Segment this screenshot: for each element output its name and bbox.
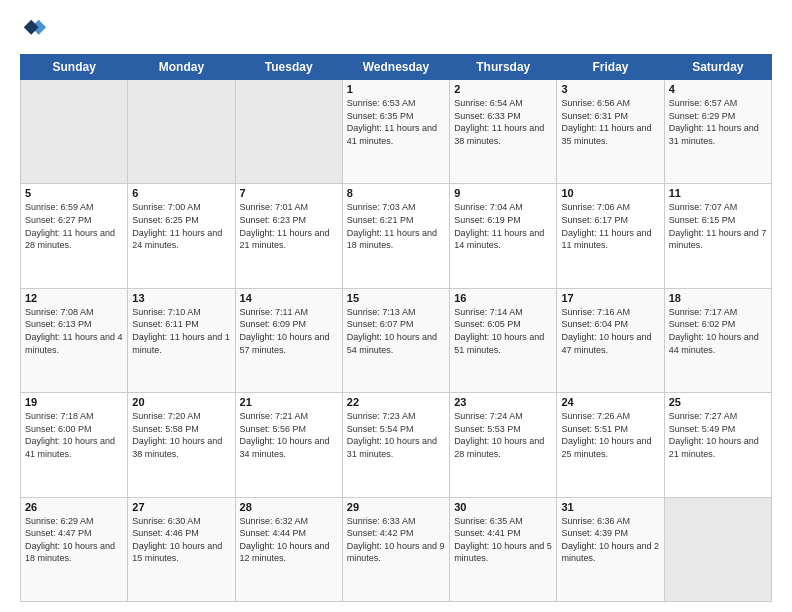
calendar-cell: 14 Sunrise: 7:11 AMSunset: 6:09 PMDaylig… bbox=[235, 288, 342, 392]
logo-icon bbox=[20, 16, 48, 44]
day-number: 3 bbox=[561, 83, 659, 95]
day-number: 6 bbox=[132, 187, 230, 199]
calendar-cell: 20 Sunrise: 7:20 AMSunset: 5:58 PMDaylig… bbox=[128, 393, 235, 497]
weekday-header: Wednesday bbox=[342, 55, 449, 80]
day-number: 1 bbox=[347, 83, 445, 95]
calendar-cell: 18 Sunrise: 7:17 AMSunset: 6:02 PMDaylig… bbox=[664, 288, 771, 392]
calendar-cell bbox=[21, 80, 128, 184]
day-number: 26 bbox=[25, 501, 123, 513]
day-number: 16 bbox=[454, 292, 552, 304]
calendar-cell: 24 Sunrise: 7:26 AMSunset: 5:51 PMDaylig… bbox=[557, 393, 664, 497]
day-number: 18 bbox=[669, 292, 767, 304]
weekday-header: Saturday bbox=[664, 55, 771, 80]
day-info: Sunrise: 6:56 AMSunset: 6:31 PMDaylight:… bbox=[561, 97, 659, 147]
day-info: Sunrise: 7:04 AMSunset: 6:19 PMDaylight:… bbox=[454, 201, 552, 251]
day-number: 14 bbox=[240, 292, 338, 304]
weekday-header: Thursday bbox=[450, 55, 557, 80]
calendar-cell: 3 Sunrise: 6:56 AMSunset: 6:31 PMDayligh… bbox=[557, 80, 664, 184]
day-number: 30 bbox=[454, 501, 552, 513]
day-info: Sunrise: 6:35 AMSunset: 4:41 PMDaylight:… bbox=[454, 515, 552, 565]
calendar-cell: 29 Sunrise: 6:33 AMSunset: 4:42 PMDaylig… bbox=[342, 497, 449, 601]
day-info: Sunrise: 6:59 AMSunset: 6:27 PMDaylight:… bbox=[25, 201, 123, 251]
day-number: 25 bbox=[669, 396, 767, 408]
weekday-header: Monday bbox=[128, 55, 235, 80]
day-info: Sunrise: 6:32 AMSunset: 4:44 PMDaylight:… bbox=[240, 515, 338, 565]
calendar-cell: 27 Sunrise: 6:30 AMSunset: 4:46 PMDaylig… bbox=[128, 497, 235, 601]
calendar-cell: 6 Sunrise: 7:00 AMSunset: 6:25 PMDayligh… bbox=[128, 184, 235, 288]
calendar-cell: 4 Sunrise: 6:57 AMSunset: 6:29 PMDayligh… bbox=[664, 80, 771, 184]
day-number: 15 bbox=[347, 292, 445, 304]
day-info: Sunrise: 6:36 AMSunset: 4:39 PMDaylight:… bbox=[561, 515, 659, 565]
day-number: 31 bbox=[561, 501, 659, 513]
day-number: 27 bbox=[132, 501, 230, 513]
day-info: Sunrise: 6:57 AMSunset: 6:29 PMDaylight:… bbox=[669, 97, 767, 147]
day-info: Sunrise: 6:33 AMSunset: 4:42 PMDaylight:… bbox=[347, 515, 445, 565]
day-info: Sunrise: 7:14 AMSunset: 6:05 PMDaylight:… bbox=[454, 306, 552, 356]
calendar-week-row: 12 Sunrise: 7:08 AMSunset: 6:13 PMDaylig… bbox=[21, 288, 772, 392]
calendar-week-row: 1 Sunrise: 6:53 AMSunset: 6:35 PMDayligh… bbox=[21, 80, 772, 184]
calendar-cell: 12 Sunrise: 7:08 AMSunset: 6:13 PMDaylig… bbox=[21, 288, 128, 392]
day-number: 13 bbox=[132, 292, 230, 304]
calendar-header-row: SundayMondayTuesdayWednesdayThursdayFrid… bbox=[21, 55, 772, 80]
day-number: 24 bbox=[561, 396, 659, 408]
day-info: Sunrise: 7:03 AMSunset: 6:21 PMDaylight:… bbox=[347, 201, 445, 251]
day-number: 19 bbox=[25, 396, 123, 408]
logo bbox=[20, 16, 52, 44]
day-number: 4 bbox=[669, 83, 767, 95]
calendar-table: SundayMondayTuesdayWednesdayThursdayFrid… bbox=[20, 54, 772, 602]
day-info: Sunrise: 7:10 AMSunset: 6:11 PMDaylight:… bbox=[132, 306, 230, 356]
day-info: Sunrise: 7:16 AMSunset: 6:04 PMDaylight:… bbox=[561, 306, 659, 356]
day-info: Sunrise: 7:00 AMSunset: 6:25 PMDaylight:… bbox=[132, 201, 230, 251]
day-info: Sunrise: 7:18 AMSunset: 6:00 PMDaylight:… bbox=[25, 410, 123, 460]
calendar-cell: 10 Sunrise: 7:06 AMSunset: 6:17 PMDaylig… bbox=[557, 184, 664, 288]
day-number: 5 bbox=[25, 187, 123, 199]
day-number: 10 bbox=[561, 187, 659, 199]
calendar-cell: 21 Sunrise: 7:21 AMSunset: 5:56 PMDaylig… bbox=[235, 393, 342, 497]
calendar-cell: 31 Sunrise: 6:36 AMSunset: 4:39 PMDaylig… bbox=[557, 497, 664, 601]
day-info: Sunrise: 7:11 AMSunset: 6:09 PMDaylight:… bbox=[240, 306, 338, 356]
day-info: Sunrise: 7:13 AMSunset: 6:07 PMDaylight:… bbox=[347, 306, 445, 356]
calendar-cell bbox=[235, 80, 342, 184]
calendar-cell: 11 Sunrise: 7:07 AMSunset: 6:15 PMDaylig… bbox=[664, 184, 771, 288]
day-number: 22 bbox=[347, 396, 445, 408]
day-number: 17 bbox=[561, 292, 659, 304]
calendar-cell: 13 Sunrise: 7:10 AMSunset: 6:11 PMDaylig… bbox=[128, 288, 235, 392]
calendar-cell: 30 Sunrise: 6:35 AMSunset: 4:41 PMDaylig… bbox=[450, 497, 557, 601]
day-info: Sunrise: 6:53 AMSunset: 6:35 PMDaylight:… bbox=[347, 97, 445, 147]
calendar-cell bbox=[128, 80, 235, 184]
day-info: Sunrise: 7:27 AMSunset: 5:49 PMDaylight:… bbox=[669, 410, 767, 460]
day-info: Sunrise: 7:23 AMSunset: 5:54 PMDaylight:… bbox=[347, 410, 445, 460]
day-number: 21 bbox=[240, 396, 338, 408]
calendar-cell: 16 Sunrise: 7:14 AMSunset: 6:05 PMDaylig… bbox=[450, 288, 557, 392]
calendar-cell: 25 Sunrise: 7:27 AMSunset: 5:49 PMDaylig… bbox=[664, 393, 771, 497]
page: SundayMondayTuesdayWednesdayThursdayFrid… bbox=[0, 0, 792, 612]
day-number: 20 bbox=[132, 396, 230, 408]
calendar-week-row: 26 Sunrise: 6:29 AMSunset: 4:47 PMDaylig… bbox=[21, 497, 772, 601]
weekday-header: Friday bbox=[557, 55, 664, 80]
day-number: 23 bbox=[454, 396, 552, 408]
calendar-cell: 17 Sunrise: 7:16 AMSunset: 6:04 PMDaylig… bbox=[557, 288, 664, 392]
calendar-week-row: 5 Sunrise: 6:59 AMSunset: 6:27 PMDayligh… bbox=[21, 184, 772, 288]
calendar-cell: 5 Sunrise: 6:59 AMSunset: 6:27 PMDayligh… bbox=[21, 184, 128, 288]
calendar-cell: 7 Sunrise: 7:01 AMSunset: 6:23 PMDayligh… bbox=[235, 184, 342, 288]
calendar-cell bbox=[664, 497, 771, 601]
day-number: 2 bbox=[454, 83, 552, 95]
day-info: Sunrise: 6:30 AMSunset: 4:46 PMDaylight:… bbox=[132, 515, 230, 565]
calendar-cell: 15 Sunrise: 7:13 AMSunset: 6:07 PMDaylig… bbox=[342, 288, 449, 392]
calendar-cell: 2 Sunrise: 6:54 AMSunset: 6:33 PMDayligh… bbox=[450, 80, 557, 184]
calendar-week-row: 19 Sunrise: 7:18 AMSunset: 6:00 PMDaylig… bbox=[21, 393, 772, 497]
weekday-header: Sunday bbox=[21, 55, 128, 80]
calendar-cell: 23 Sunrise: 7:24 AMSunset: 5:53 PMDaylig… bbox=[450, 393, 557, 497]
day-info: Sunrise: 7:20 AMSunset: 5:58 PMDaylight:… bbox=[132, 410, 230, 460]
header bbox=[20, 16, 772, 44]
day-info: Sunrise: 7:21 AMSunset: 5:56 PMDaylight:… bbox=[240, 410, 338, 460]
day-info: Sunrise: 6:54 AMSunset: 6:33 PMDaylight:… bbox=[454, 97, 552, 147]
day-number: 12 bbox=[25, 292, 123, 304]
day-info: Sunrise: 7:24 AMSunset: 5:53 PMDaylight:… bbox=[454, 410, 552, 460]
day-number: 9 bbox=[454, 187, 552, 199]
day-number: 8 bbox=[347, 187, 445, 199]
day-info: Sunrise: 7:08 AMSunset: 6:13 PMDaylight:… bbox=[25, 306, 123, 356]
day-info: Sunrise: 7:07 AMSunset: 6:15 PMDaylight:… bbox=[669, 201, 767, 251]
day-info: Sunrise: 7:17 AMSunset: 6:02 PMDaylight:… bbox=[669, 306, 767, 356]
day-number: 11 bbox=[669, 187, 767, 199]
